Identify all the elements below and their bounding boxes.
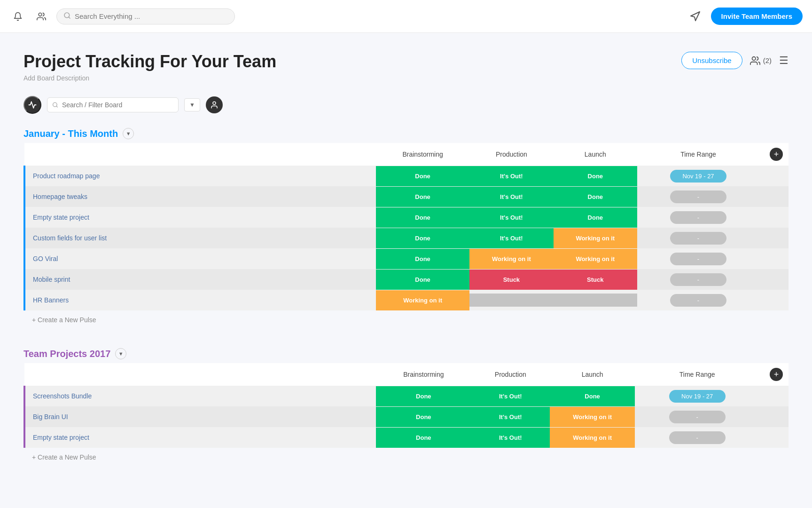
svg-point-0 (39, 13, 42, 16)
time-range-cell[interactable]: Nov 19 - 27 (635, 386, 759, 406)
svg-point-2 (752, 56, 755, 60)
time-range-cell[interactable]: - (637, 186, 759, 207)
production-cell[interactable]: It's Out! (469, 166, 553, 186)
group-dropdown-button[interactable]: ▼ (115, 348, 126, 359)
col-brainstorming-header: Brainstorming (376, 143, 469, 166)
task-name-link[interactable]: Mobile sprint (33, 276, 70, 283)
brainstorming-cell[interactable]: Done (376, 166, 469, 186)
search-input[interactable] (75, 12, 228, 20)
brainstorming-cell[interactable]: Working on it (376, 290, 469, 310)
group-header: January - This Month ▼ (23, 128, 789, 139)
board-toolbar: ▼ (23, 96, 789, 114)
time-range-cell[interactable]: - (637, 228, 759, 248)
launch-cell[interactable]: Done (550, 386, 635, 406)
production-cell[interactable]: It's Out! (471, 427, 550, 448)
time-range-cell[interactable]: - (635, 406, 759, 427)
notifications-bell[interactable] (9, 8, 26, 25)
brainstorming-cell[interactable]: Done (376, 269, 469, 290)
time-range-cell[interactable]: - (637, 290, 759, 310)
production-cell[interactable]: It's Out! (469, 228, 553, 248)
task-name-link[interactable]: Homepage tweaks (33, 193, 87, 200)
group-dropdown-button[interactable]: ▼ (123, 128, 134, 139)
avatar-button[interactable] (206, 96, 223, 113)
launch-cell[interactable]: Working on it (554, 248, 637, 269)
task-name-link[interactable]: HR Banners (33, 296, 69, 304)
row-extra (759, 269, 789, 290)
global-search-bar (56, 8, 235, 24)
create-pulse-cell[interactable]: + Create a New Pulse (24, 310, 789, 329)
brainstorming-cell[interactable]: Done (376, 406, 471, 427)
group-table: Brainstorming Production Launch Time Ran… (23, 143, 789, 329)
row-extra (759, 406, 789, 427)
menu-button[interactable]: ☰ (779, 55, 789, 67)
time-range-cell[interactable]: - (637, 269, 759, 290)
launch-cell[interactable]: Working on it (554, 228, 637, 248)
row-extra (759, 186, 789, 207)
production-cell[interactable]: It's Out! (471, 386, 550, 406)
table-row: Mobile sprint Done Stuck Stuck - (24, 269, 789, 290)
launch-cell[interactable]: Stuck (554, 269, 637, 290)
board-search-input[interactable] (62, 101, 173, 109)
time-range-cell[interactable]: Nov 19 - 27 (637, 166, 759, 186)
nav-left (9, 8, 679, 25)
filter-dropdown-button[interactable]: ▼ (184, 98, 200, 111)
launch-cell[interactable]: Done (554, 207, 637, 228)
brainstorming-cell[interactable]: Done (376, 427, 471, 448)
create-pulse-row[interactable]: + Create a New Pulse (24, 310, 789, 329)
time-range-cell[interactable]: - (637, 248, 759, 269)
pulse-icon-button[interactable] (23, 96, 41, 114)
page-title: Project Tracking For Your Team (23, 52, 276, 71)
production-cell[interactable]: Stuck (469, 269, 553, 290)
production-cell[interactable]: It's Out! (469, 207, 553, 228)
brainstorming-cell[interactable]: Done (376, 248, 469, 269)
brainstorming-cell[interactable]: Done (376, 207, 469, 228)
col-name-header (24, 143, 376, 166)
members-icon (750, 56, 760, 66)
task-name-link[interactable]: Product roadmap page (33, 172, 100, 180)
search-icon (63, 12, 71, 21)
task-name-link[interactable]: Screenshots Bundle (33, 392, 92, 400)
brainstorming-cell[interactable]: Done (376, 186, 469, 207)
unsubscribe-button[interactable]: Unsubscribe (681, 52, 742, 69)
production-cell[interactable]: It's Out! (469, 186, 553, 207)
task-name-link[interactable]: Custom fields for user list (33, 234, 107, 242)
top-nav: Invite Team Members (0, 0, 812, 33)
production-cell[interactable]: Working on it (469, 248, 553, 269)
launch-cell[interactable] (554, 290, 637, 310)
add-column-button[interactable]: + (770, 368, 783, 381)
brainstorming-cell[interactable]: Done (376, 228, 469, 248)
production-cell[interactable] (469, 290, 553, 310)
group-team2017: Team Projects 2017 ▼ Brainstorming Produ… (23, 348, 789, 467)
launch-cell[interactable]: Working on it (550, 406, 635, 427)
row-extra (759, 427, 789, 448)
task-name-link[interactable]: Empty state project (33, 434, 89, 441)
create-pulse-cell[interactable]: + Create a New Pulse (24, 448, 789, 467)
time-range-cell[interactable]: - (635, 427, 759, 448)
board-search-bar (47, 97, 179, 112)
task-name-cell: Big Brain UI (24, 406, 376, 427)
megaphone-icon[interactable] (687, 8, 703, 25)
col-launch-header: Launch (554, 143, 637, 166)
add-column-button[interactable]: + (770, 148, 783, 161)
task-name-cell: Product roadmap page (24, 166, 376, 186)
time-range-cell[interactable]: - (637, 207, 759, 228)
brainstorming-cell[interactable]: Done (376, 386, 471, 406)
launch-cell[interactable]: Done (554, 186, 637, 207)
people-icon[interactable] (33, 8, 50, 25)
task-name-link[interactable]: GO Viral (33, 255, 58, 262)
production-cell[interactable]: It's Out! (471, 406, 550, 427)
launch-cell[interactable]: Done (554, 166, 637, 186)
nav-right: Invite Team Members (687, 8, 803, 25)
invite-team-button[interactable]: Invite Team Members (711, 8, 803, 25)
page-header: Project Tracking For Your Team Add Board… (23, 52, 789, 82)
task-name-link[interactable]: Big Brain UI (33, 413, 68, 421)
launch-cell[interactable]: Working on it (550, 427, 635, 448)
group-title: January - This Month (23, 128, 118, 139)
create-pulse-row[interactable]: + Create a New Pulse (24, 448, 789, 467)
col-brainstorming-header: Brainstorming (376, 363, 471, 386)
members-button[interactable]: (2) (750, 56, 772, 66)
task-name-link[interactable]: Empty state project (33, 214, 89, 221)
user-avatar-icon (210, 101, 219, 109)
task-name-cell: Empty state project (24, 427, 376, 448)
table-row: GO Viral Done Working on it Working on i… (24, 248, 789, 269)
